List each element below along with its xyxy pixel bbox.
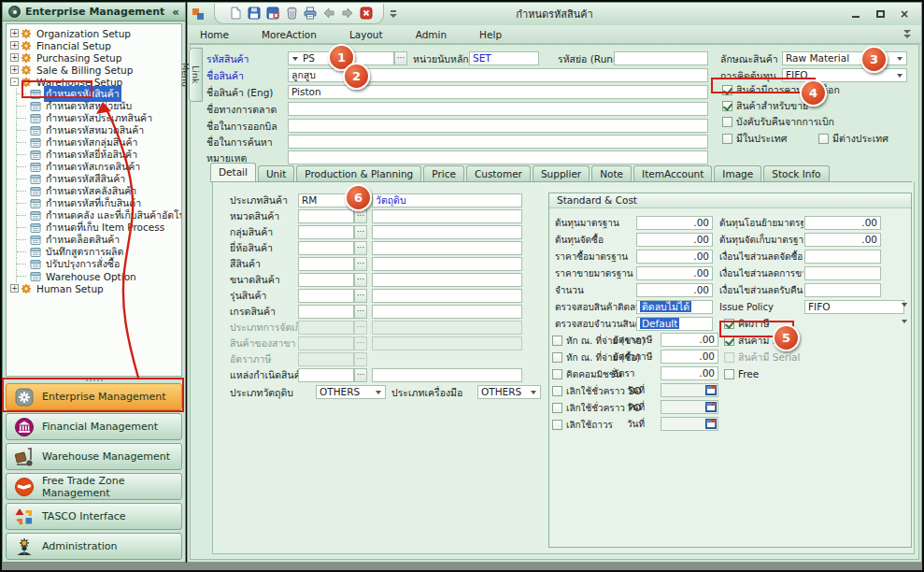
tree-item[interactable]: + Purchasing Setup [7,51,181,64]
detail-browse-button[interactable]: ··· [354,321,367,335]
checkbox-icon[interactable] [724,319,734,329]
cost-field-2[interactable] [804,283,881,297]
stock-control-checkbox[interactable]: สินค้ามีการควบคุมสต็อก [722,83,840,96]
detail-code-field[interactable] [298,257,354,271]
checkbox-icon[interactable] [818,134,829,144]
checkbox-icon[interactable] [724,336,734,346]
module-administration[interactable]: Administration [6,533,182,560]
navigate-back-icon[interactable] [321,6,336,21]
detail-description-field[interactable] [372,305,522,319]
field-dropdown-icon[interactable] [292,57,298,61]
detail-description-field[interactable]: วัตถุดิบ [372,193,522,207]
tax-rate-field[interactable]: .00 [661,333,718,347]
detail-description-field[interactable] [372,257,522,271]
product-code-browse-button[interactable]: ··· [394,51,407,65]
serial-checkbox[interactable]: สินค้ามี Serial [724,350,800,364]
detail-description-field[interactable] [372,225,522,239]
detail-code-field[interactable] [298,225,354,239]
detail-browse-button[interactable]: ··· [354,257,367,271]
tree-expander-icon[interactable]: - [10,78,19,86]
cost-field-2[interactable]: .00 [804,233,881,247]
module-warehouse-management[interactable]: Warehouse Management [6,443,182,470]
tab[interactable]: Unit [258,165,294,181]
tree-item[interactable]: + Organization Setup [7,27,181,39]
tree-expander-icon[interactable]: + [10,41,19,50]
checkbox-icon[interactable] [552,386,562,396]
cost-field-2[interactable] [804,266,881,280]
checkbox-icon[interactable] [722,85,732,95]
calendar-icon[interactable] [705,402,717,412]
domestic-checkbox[interactable]: มีในประเทศ [722,132,787,145]
suspend-so-date-field[interactable] [661,383,718,397]
tab[interactable]: Customer [466,165,531,181]
tree-expander-icon[interactable]: + [10,284,19,293]
detail-code-field[interactable] [298,273,354,287]
cost-field-2[interactable] [804,250,881,264]
menu-home[interactable]: Home [196,28,233,41]
product-code-field[interactable]: PS [288,51,394,65]
tree-item[interactable]: ปรับปรุงการสั่งซื้อ [7,258,181,270]
tab[interactable]: Note [591,165,632,181]
material-type-dropdown[interactable]: OTHERS [316,385,386,399]
checkbox-icon[interactable] [722,134,732,144]
checkbox-icon[interactable] [552,369,562,379]
tab[interactable]: Stock Info [763,165,829,181]
module-enterprise-management[interactable]: Enterprise Management [6,383,182,410]
checkbox-icon[interactable] [724,352,734,363]
tab[interactable]: Supplier [533,165,590,181]
tree-expander-icon[interactable]: + [10,29,19,37]
free-checkbox[interactable]: Free [724,367,759,380]
remark-field[interactable] [288,150,708,164]
maximize-button[interactable] [873,7,888,21]
product-name-eng-field[interactable]: Piston [288,85,708,99]
detail-description-field[interactable] [372,289,522,303]
module-tasco-interface[interactable]: TASCO Interface [6,503,182,530]
lot-checkbox[interactable]: สินค้ามี Lot [724,334,788,347]
tab[interactable]: Image [714,165,761,181]
tab[interactable]: ItemAccount [633,165,712,181]
detail-browse-button[interactable]: ··· [354,273,367,287]
menu-admin[interactable]: Admin [412,28,450,41]
close-button[interactable]: × [897,7,912,21]
module-free-trade-zone-management[interactable]: Free Trade Zone Management [6,473,182,500]
calendar-icon[interactable] [705,385,717,395]
detail-browse-button[interactable]: ··· [354,305,367,319]
checkbox-icon[interactable] [552,336,562,346]
vat-checkbox[interactable]: คิดภาษี [724,317,770,330]
detail-code-field[interactable] [298,352,354,366]
module-financial-management[interactable]: Financial Management [6,413,182,440]
main-unit-field[interactable]: SET [469,51,539,65]
detail-description-field[interactable] [372,209,522,223]
detail-code-field[interactable] [298,368,354,382]
delete-icon[interactable] [284,6,299,21]
costing-method-dropdown[interactable]: FIFO [782,68,907,82]
for-sale-checkbox[interactable]: สินค้าสำหรับขาย [722,99,808,112]
rate-field[interactable]: .00 [661,366,718,380]
detail-description-field[interactable] [372,273,522,287]
product-name-field[interactable]: ลูกสูบ [288,68,708,82]
tree-item[interactable]: + Sale & Billing Setup [7,64,181,76]
running-code-field[interactable] [614,51,708,65]
checkbox-icon[interactable] [722,117,732,127]
calendar-icon[interactable] [705,419,717,429]
qty-check-dropdown[interactable]: Default [636,317,713,331]
tree-expander-icon[interactable]: + [10,65,19,74]
collapse-sidebar-icon[interactable]: « [172,7,179,18]
checkbox-icon[interactable] [552,420,562,430]
commission-checkbox[interactable]: คิดคอมมิชชั่น [552,367,621,380]
detail-code-field[interactable] [298,321,354,335]
detail-code-field[interactable] [298,209,354,223]
menu-moreaction[interactable]: MoreAction [258,28,320,41]
detail-browse-button[interactable]: ··· [354,193,367,207]
cost-field-2[interactable]: .00 [804,216,881,230]
billing-name-field[interactable] [288,119,708,133]
detail-browse-button[interactable]: ··· [354,336,367,350]
force-return-checkbox[interactable]: บังคับรับคืนจากการเบิก [722,115,834,128]
detail-browse-button[interactable]: ··· [354,352,367,366]
suspend-po-date-field[interactable] [661,400,718,414]
search-name-field[interactable] [288,135,708,149]
detail-description-field[interactable] [372,241,522,255]
negative-check-dropdown[interactable]: ติดลบไม่ได้ [636,300,713,314]
detail-browse-button[interactable]: ··· [354,368,367,382]
save-icon[interactable] [247,6,262,21]
